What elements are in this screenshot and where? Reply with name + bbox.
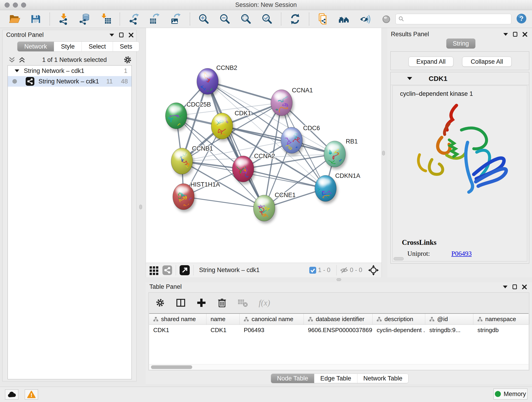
network-node-cdc25b[interactable]: CDC25B bbox=[165, 101, 211, 135]
network-node-rb1[interactable]: RB1 bbox=[324, 138, 358, 169]
panel-close-icon[interactable] bbox=[128, 32, 133, 38]
tab-style[interactable]: Style bbox=[54, 42, 82, 51]
show-all-icon[interactable] bbox=[380, 13, 392, 25]
zoom-out-icon[interactable] bbox=[219, 13, 231, 25]
expand-all-icon[interactable] bbox=[18, 56, 26, 64]
network-node-ccnb1[interactable]: CCNB1 bbox=[171, 145, 213, 177]
memory-button[interactable]: Memory bbox=[494, 389, 527, 400]
search-box[interactable] bbox=[395, 14, 511, 24]
import-table-icon[interactable] bbox=[100, 13, 112, 25]
warning-icon bbox=[27, 390, 36, 398]
tab-select[interactable]: Select bbox=[82, 42, 113, 51]
export-table-icon[interactable] bbox=[149, 13, 161, 25]
panel-close-icon[interactable] bbox=[522, 284, 527, 289]
home-icon[interactable] bbox=[338, 13, 350, 25]
annotations-icon[interactable] bbox=[317, 13, 329, 25]
panel-float-icon[interactable] bbox=[513, 284, 517, 289]
network-edge[interactable] bbox=[243, 169, 326, 188]
network-edge[interactable] bbox=[208, 81, 264, 208]
open-session-icon[interactable] bbox=[9, 13, 21, 25]
export-network-icon[interactable] bbox=[128, 13, 140, 25]
gear-icon[interactable] bbox=[155, 298, 165, 308]
control-panel-title: Control Panel bbox=[6, 32, 44, 38]
cloud-status-button[interactable] bbox=[5, 389, 18, 400]
scrollbar-thumb[interactable] bbox=[151, 365, 192, 369]
open-in-new-icon[interactable] bbox=[180, 265, 190, 275]
tree-expander-icon[interactable] bbox=[15, 70, 19, 72]
expand-all-button[interactable]: Expand All bbox=[409, 57, 453, 67]
protein-result-box: CDK1 cyclin–dependent kinase 1 bbox=[390, 72, 529, 264]
import-network-from-database-icon[interactable] bbox=[79, 13, 91, 25]
export-image-icon[interactable] bbox=[170, 13, 182, 25]
birds-eye-view-icon[interactable] bbox=[368, 264, 379, 276]
search-input[interactable] bbox=[407, 16, 508, 23]
splitter-grip[interactable] bbox=[336, 278, 341, 281]
panel-menu-icon[interactable] bbox=[109, 34, 114, 36]
panel-menu-icon[interactable] bbox=[503, 286, 507, 288]
show-columns-icon[interactable] bbox=[176, 298, 186, 308]
tab-edge-table[interactable]: Edge Table bbox=[314, 374, 357, 383]
tab-network-table[interactable]: Network Table bbox=[357, 374, 409, 383]
network-node-cdkn1a[interactable]: CDKN1A bbox=[315, 172, 360, 204]
network-node-ccnb2[interactable]: CCNB2 bbox=[197, 64, 237, 99]
refresh-icon[interactable] bbox=[289, 13, 301, 25]
tab-node-table[interactable]: Node Table bbox=[271, 374, 314, 383]
network-node-ccne1[interactable]: CCNE1 bbox=[253, 191, 296, 223]
horizontal-scrollbar-thumb[interactable] bbox=[394, 257, 404, 260]
network-view[interactable]: CCNB2CCNA1CDC25BCDK1CDC6RB1CCNB1CCNA2CDK… bbox=[146, 28, 382, 263]
network-badge-icon[interactable] bbox=[162, 265, 172, 275]
column-header-name[interactable]: name bbox=[206, 314, 240, 325]
delete-column-icon[interactable] bbox=[217, 298, 227, 308]
network-node-cdk1[interactable]: CDK1 bbox=[211, 110, 251, 141]
network-node-ccna1[interactable]: CCNA1 bbox=[270, 87, 313, 118]
panel-menu-icon[interactable] bbox=[503, 33, 508, 36]
table-row[interactable]: CDK1CDK1P064939606.ENSP00000378699cyclin… bbox=[149, 325, 529, 335]
hide-selected-icon[interactable] bbox=[359, 13, 371, 25]
help-icon[interactable]: ? bbox=[516, 13, 527, 24]
network-svg[interactable]: CCNB2CCNA1CDC25BCDK1CDC6RB1CCNB1CCNA2CDK… bbox=[146, 28, 382, 263]
network-collection-row[interactable]: String Network – cdk1 1 bbox=[8, 65, 132, 76]
splitter-grip[interactable] bbox=[139, 205, 142, 209]
column-header--id[interactable]: @id bbox=[425, 314, 473, 325]
tab-string[interactable]: String bbox=[446, 38, 475, 49]
table-horizontal-scrollbar[interactable] bbox=[149, 364, 529, 370]
column-header-namespace[interactable]: namespace bbox=[473, 314, 530, 325]
panel-float-icon[interactable] bbox=[119, 32, 123, 37]
hidden-count: 0 - 0 bbox=[350, 267, 362, 274]
table-panel: Table Panel bbox=[146, 282, 532, 384]
grid-view-icon[interactable] bbox=[149, 265, 159, 275]
crosslink-link[interactable]: P06493 bbox=[451, 250, 472, 257]
column-header-canonical-name[interactable]: canonical name bbox=[240, 314, 304, 325]
network-row[interactable]: String Network – cdk1 11 48 bbox=[8, 76, 132, 87]
network-node-hist1h1a[interactable]: HIST1H1A bbox=[173, 181, 220, 212]
application-window: Session: New Session bbox=[0, 0, 532, 402]
add-column-icon[interactable] bbox=[196, 298, 206, 308]
column-header-description[interactable]: description bbox=[373, 314, 425, 325]
collapse-all-button[interactable]: Collapse All bbox=[462, 57, 512, 67]
gear-icon[interactable] bbox=[123, 55, 132, 64]
delete-table-icon[interactable] bbox=[238, 298, 248, 307]
crosslink-link[interactable]: P06493 bbox=[451, 261, 472, 262]
selected-checkbox-icon[interactable] bbox=[309, 267, 316, 274]
network-node-cdc6[interactable]: CDC6 bbox=[281, 125, 320, 156]
warning-status-button[interactable] bbox=[25, 389, 38, 400]
panel-close-icon[interactable] bbox=[522, 32, 527, 37]
zoom-in-icon[interactable] bbox=[198, 13, 210, 25]
crosslink-row: Uniprot:P06493 bbox=[407, 250, 527, 257]
column-header-database-identifier[interactable]: database identifier bbox=[304, 314, 373, 325]
collapse-section-icon[interactable] bbox=[407, 77, 412, 80]
collapse-all-icon[interactable] bbox=[8, 56, 16, 64]
zoom-selected-icon[interactable] bbox=[261, 13, 273, 25]
protein-header-row[interactable]: CDK1 bbox=[391, 72, 529, 85]
zoom-fit-icon[interactable] bbox=[240, 13, 252, 25]
column-header-shared-name[interactable]: shared name bbox=[149, 314, 206, 325]
node-label: CDC6 bbox=[303, 125, 320, 132]
save-session-icon[interactable] bbox=[30, 13, 42, 25]
panel-float-icon[interactable] bbox=[513, 32, 517, 37]
tab-network[interactable]: Network bbox=[17, 42, 54, 51]
protein-structure-image bbox=[412, 101, 511, 197]
table-header-row: shared namenamecanonical namedatabase id… bbox=[149, 314, 529, 325]
splitter-grip[interactable] bbox=[382, 151, 385, 155]
tab-sets[interactable]: Sets bbox=[113, 42, 139, 51]
import-network-icon[interactable] bbox=[58, 13, 70, 25]
